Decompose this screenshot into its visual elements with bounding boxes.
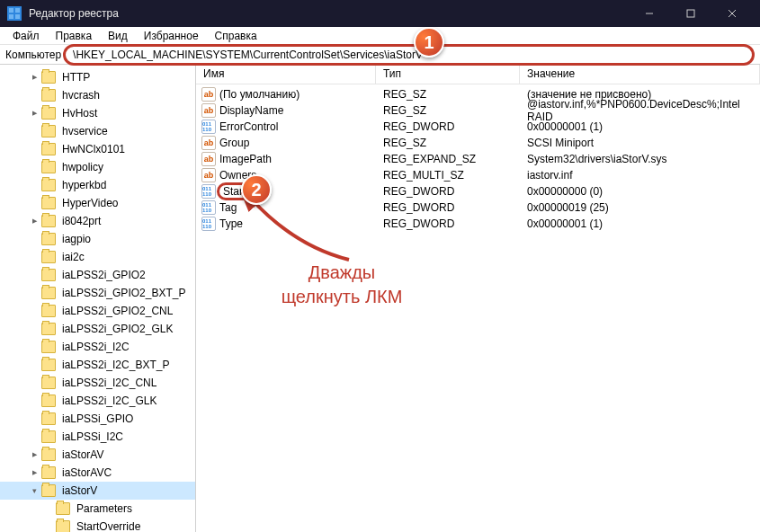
- list-header[interactable]: Имя Тип Значение: [196, 65, 760, 84]
- tree-item[interactable]: ▶HTTP: [0, 68, 195, 86]
- value-data: @iastorv.inf,%*PNP0600.DeviceDesc%;Intel…: [520, 98, 760, 123]
- svg-rect-2: [9, 14, 13, 19]
- value-row[interactable]: 011 110TypeREG_DWORD0x00000001 (1): [196, 216, 760, 232]
- tree-item-label: iaStorAVC: [60, 466, 113, 479]
- tree-pane[interactable]: ▶HTTPhvcrash▶HvHosthvserviceHwNClx0101hw…: [0, 65, 196, 532]
- tree-item-label: Parameters: [75, 502, 134, 515]
- value-name: Group: [219, 137, 249, 149]
- menu-edit[interactable]: Правка: [49, 29, 100, 42]
- folder-icon: [41, 430, 56, 443]
- value-name: ImagePath: [219, 153, 272, 165]
- badge-2: 2: [241, 174, 272, 205]
- tree-item[interactable]: HwNClx0101: [0, 140, 195, 158]
- tree-item[interactable]: iaLPSSi_I2C: [0, 428, 195, 446]
- value-type: REG_DWORD: [376, 185, 520, 198]
- tree-item[interactable]: ▶HvHost: [0, 104, 195, 122]
- tree-item[interactable]: iagpio: [0, 230, 195, 248]
- tree-item[interactable]: iaLPSS2i_I2C_CNL: [0, 374, 195, 392]
- tree-item[interactable]: iaLPSS2i_I2C_BXT_P: [0, 356, 195, 374]
- tree-item-label: iaLPSS2i_I2C_BXT_P: [60, 359, 171, 371]
- tree-item[interactable]: iaLPSSi_GPIO: [0, 410, 195, 428]
- tree-item[interactable]: hvservice: [0, 122, 195, 140]
- tree-item[interactable]: ▾iaStorV: [0, 482, 195, 500]
- expand-icon[interactable]: ▶: [29, 469, 40, 476]
- value-row[interactable]: 011 110StartREG_DWORD0x00000000 (0): [196, 183, 760, 200]
- tree-item[interactable]: HyperVideo: [0, 194, 195, 212]
- tree-item[interactable]: hyperkbd: [0, 176, 195, 194]
- folder-icon: [41, 359, 56, 371]
- menubar: Файл Правка Вид Избранное Справка: [0, 27, 760, 45]
- folder-icon: [56, 502, 70, 515]
- value-type: REG_SZ: [376, 88, 520, 101]
- tree-item[interactable]: ▶i8042prt: [0, 212, 195, 230]
- close-button[interactable]: [711, 0, 753, 27]
- tree-item[interactable]: StartOverride: [0, 518, 195, 532]
- string-icon: ab: [201, 152, 216, 166]
- value-row[interactable]: 011 110TagREG_DWORD0x00000019 (25): [196, 200, 760, 216]
- tree-item[interactable]: iaLPSS2i_GPIO2: [0, 266, 195, 284]
- menu-view[interactable]: Вид: [101, 29, 135, 42]
- tree-item-label: iaStorV: [60, 484, 99, 497]
- col-type[interactable]: Тип: [376, 65, 520, 84]
- expand-icon[interactable]: ▶: [29, 110, 40, 117]
- folder-icon: [41, 412, 56, 425]
- value-row[interactable]: abDisplayNameREG_SZ@iastorv.inf,%*PNP060…: [196, 102, 760, 119]
- maximize-button[interactable]: [670, 0, 711, 27]
- expand-icon[interactable]: ▶: [29, 451, 40, 458]
- expand-icon[interactable]: ▶: [29, 217, 40, 225]
- value-type: REG_MULTI_SZ: [376, 169, 520, 182]
- col-name[interactable]: Имя: [196, 65, 376, 84]
- value-row[interactable]: abOwnersREG_MULTI_SZiastorv.inf: [196, 167, 760, 183]
- tree-item-label: i8042prt: [60, 215, 103, 227]
- menu-file[interactable]: Файл: [5, 29, 47, 42]
- string-icon: ab: [201, 168, 216, 182]
- tree-item-label: iaLPSS2i_I2C: [60, 341, 131, 353]
- address-path[interactable]: \HKEY_LOCAL_MACHINE\SYSTEM\CurrentContro…: [63, 44, 755, 66]
- value-data: 0x00000019 (25): [520, 201, 760, 214]
- badge-1: 1: [414, 27, 444, 58]
- value-type: REG_DWORD: [376, 217, 520, 230]
- value-data: 0x00000000 (0): [520, 185, 760, 198]
- tree-item-label: iagpio: [60, 233, 93, 245]
- value-name: Type: [219, 217, 243, 230]
- value-row[interactable]: abGroupREG_SZSCSI Miniport: [196, 135, 760, 151]
- tree-item[interactable]: hwpolicy: [0, 158, 195, 176]
- folder-icon: [41, 197, 56, 209]
- tree-item[interactable]: iaLPSS2i_GPIO2_BXT_P: [0, 284, 195, 302]
- tree-item-label: iai2c: [60, 251, 86, 263]
- folder-icon: [41, 125, 56, 137]
- tree-item[interactable]: ▶iaStorAV: [0, 446, 195, 464]
- titlebar: Редактор реестра: [0, 0, 760, 27]
- address-label: Компьютер: [5, 49, 63, 61]
- value-type: REG_DWORD: [376, 201, 520, 214]
- expand-icon[interactable]: ▶: [29, 74, 40, 81]
- values-pane[interactable]: Имя Тип Значение ab(По умолчанию)REG_SZ(…: [196, 65, 760, 532]
- value-row[interactable]: abImagePathREG_EXPAND_SZSystem32\drivers…: [196, 151, 760, 167]
- tree-item[interactable]: iaLPSS2i_I2C_GLK: [0, 392, 195, 410]
- dword-icon: 011 110: [201, 200, 216, 215]
- svg-rect-1: [15, 8, 20, 13]
- tree-item[interactable]: ▶iaStorAVC: [0, 464, 195, 482]
- tree-item[interactable]: hvcrash: [0, 86, 195, 104]
- menu-fav[interactable]: Избранное: [137, 29, 206, 42]
- value-data: 0x00000001 (1): [520, 217, 760, 230]
- expand-icon[interactable]: ▾: [29, 486, 40, 495]
- tree-item-label: StartOverride: [75, 520, 142, 532]
- tree-item[interactable]: iaLPSS2i_I2C: [0, 338, 195, 356]
- tree-item-label: hvservice: [60, 125, 110, 137]
- folder-icon: [41, 377, 56, 389]
- menu-help[interactable]: Справка: [208, 29, 264, 42]
- minimize-button[interactable]: [629, 0, 670, 27]
- tree-item[interactable]: Parameters: [0, 500, 195, 518]
- tree-item[interactable]: iai2c: [0, 248, 195, 266]
- folder-icon: [41, 484, 56, 497]
- tree-item-label: iaLPSS2i_I2C_CNL: [60, 377, 158, 389]
- value-row[interactable]: 011 110ErrorControlREG_DWORD0x00000001 (…: [196, 119, 760, 135]
- tree-item-label: HwNClx0101: [60, 143, 127, 155]
- value-data: System32\drivers\iaStorV.sys: [520, 153, 760, 165]
- tree-item[interactable]: iaLPSS2i_GPIO2_CNL: [0, 302, 195, 320]
- dword-icon: 011 110: [201, 184, 216, 199]
- tree-item-label: iaLPSS2i_I2C_GLK: [60, 395, 158, 407]
- tree-item[interactable]: iaLPSS2i_GPIO2_GLK: [0, 320, 195, 338]
- col-value[interactable]: Значение: [520, 65, 760, 84]
